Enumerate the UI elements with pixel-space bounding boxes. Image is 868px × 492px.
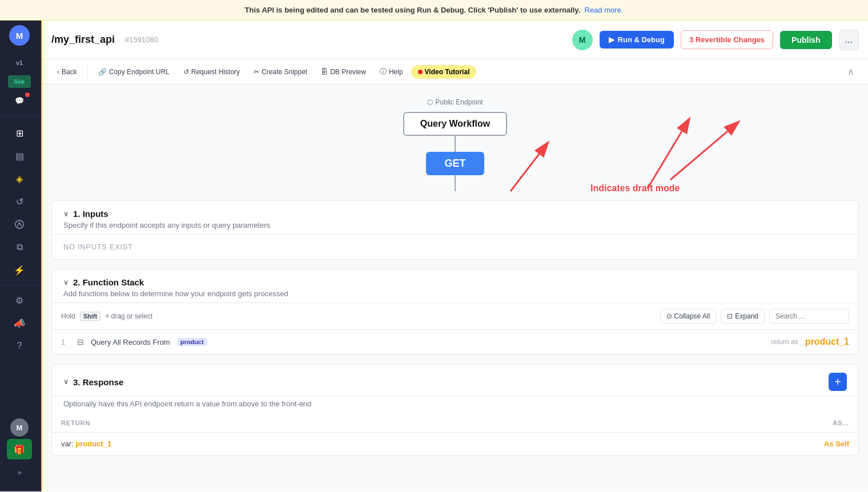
main-area: /my_first_api #1591080 M ▶ Run & Debug 3… (42, 21, 868, 491)
fn-hint-suffix: + drag or select (105, 312, 152, 320)
row-number: 1 (61, 338, 70, 346)
play-icon: ▶ (609, 35, 614, 44)
revertible-changes-button[interactable]: 3 Revertible Changes (681, 30, 773, 49)
sidebar-item-gift[interactable]: 🎁 (7, 439, 32, 459)
toolbar: ‹ Back 🔗 Copy Endpoint URL ↺ Request His… (42, 59, 868, 84)
fn-hint-prefix: Hold (61, 312, 75, 320)
inputs-section: ∨ 1. Inputs Specify if this endpoint acc… (51, 200, 859, 260)
publish-button[interactable]: Publish (780, 31, 832, 49)
back-button[interactable]: ‹ Back (51, 64, 83, 79)
copy-endpoint-url-button[interactable]: 🔗 Copy Endpoint URL (93, 64, 175, 79)
banner-link[interactable]: Read more. (585, 6, 624, 14)
as-self-label: As Self (824, 439, 849, 448)
banner-text: This API is being edited and can be test… (245, 6, 581, 14)
sidebar-item-live[interactable]: live (8, 75, 31, 88)
workflow-canvas: ⬡ Public Endpoint Query Workflow GET (42, 84, 868, 191)
function-stack-description: Add functions below to determine how you… (63, 289, 847, 298)
as-col-header: AS... (546, 414, 858, 433)
var-value: product_1 (75, 439, 111, 448)
function-stack-chevron-icon[interactable]: ∨ (63, 279, 69, 287)
db-preview-button[interactable]: 🗄 DB Preview (315, 64, 372, 79)
return-var-cell: var: product_1 (52, 433, 546, 455)
toolbar-collapse-button[interactable]: ∧ (843, 64, 859, 80)
link-icon-small: ⬡ (427, 98, 433, 106)
return-prefix: return as (771, 338, 798, 346)
response-section-header: ∨ 3. Response + (52, 365, 858, 396)
return-table: RETURN AS... var: product_1 As Self (52, 414, 858, 455)
request-history-button[interactable]: ↺ Request History (178, 64, 246, 79)
row-label: Query All Records From (91, 338, 170, 346)
user-avatar-top[interactable]: M (9, 25, 30, 46)
run-debug-button[interactable]: ▶ Run & Debug (600, 31, 674, 49)
function-stack-toolbar: Hold Shift + drag or select ⊙ Collapse A… (52, 303, 858, 330)
expand-icon: ⊡ (727, 312, 733, 320)
video-tutorial-button[interactable]: Video Tutorial (411, 65, 477, 79)
canvas-area: ⬡ Public Endpoint Query Workflow GET (42, 84, 868, 491)
header: /my_first_api #1591080 M ▶ Run & Debug 3… (42, 21, 868, 59)
response-chevron-icon[interactable]: ∨ (63, 378, 69, 386)
sidebar-item-api[interactable]: ◈ (7, 168, 32, 189)
collapse-all-button[interactable]: ⊙ Collapse All (660, 309, 717, 324)
db-icon: 🗄 (321, 68, 328, 76)
get-badge[interactable]: GET (426, 152, 484, 175)
as-self-cell: As Self (546, 433, 858, 455)
history-icon: ↺ (183, 68, 189, 76)
icon-bar: M v1 live 💬 ⊞ ▤ ◈ ↺ ⧉ ⚡ ⚙ 📣 ? M 🎁 » (0, 21, 39, 491)
link-icon: 🔗 (98, 68, 107, 76)
return-row: var: product_1 As Self (52, 433, 858, 455)
sidebar-item-announce[interactable]: 📣 (7, 313, 32, 333)
connector-line-1 (455, 136, 456, 152)
function-stack-section: ∨ 2. Function Stack Add functions below … (51, 269, 859, 355)
add-response-button[interactable]: + (829, 373, 847, 391)
function-row-1: 1 ⊟ Query All Records From product retur… (52, 330, 858, 354)
function-stack-header: ∨ 2. Function Stack Add functions below … (52, 269, 858, 303)
page-title: /my_first_api (51, 34, 115, 46)
back-icon: ‹ (57, 68, 59, 76)
top-banner: This API is being edited and can be test… (0, 0, 868, 21)
sidebar-item-tables[interactable]: ▤ (7, 146, 32, 166)
row-tag: product (177, 338, 207, 346)
var-prefix: var: (61, 439, 74, 448)
return-value: product_1 (805, 337, 849, 347)
more-options-button[interactable]: ... (839, 30, 859, 50)
sidebar-item-history[interactable]: ↺ (7, 191, 32, 212)
sidebar-expand-icon[interactable]: » (7, 462, 32, 482)
sidebar-item-bolt[interactable]: ⚡ (7, 260, 32, 280)
sidebar-item-version[interactable]: v1 (7, 53, 32, 73)
sidebar-item-help[interactable]: ? (7, 336, 32, 356)
sidebar-item-deploy[interactable] (7, 214, 32, 235)
sidebar-item-settings[interactable]: ⚙ (7, 290, 32, 310)
sidebar-item-dashboard[interactable]: ⊞ (7, 123, 32, 143)
response-section: ∨ 3. Response + Optionally have this API… (51, 364, 859, 455)
expand-button[interactable]: ⊡ Expand (721, 309, 765, 324)
inputs-section-header: ∨ 1. Inputs Specify if this endpoint acc… (52, 201, 858, 235)
inputs-description: Specify if this endpoint accepts any inp… (63, 221, 847, 229)
create-snippet-button[interactable]: ✂ Create Snippet (248, 64, 313, 79)
help-button[interactable]: ⓘ Help (374, 63, 409, 80)
response-description: Optionally have this API endpoint return… (63, 400, 847, 408)
help-icon: ⓘ (380, 67, 387, 76)
query-workflow-box[interactable]: Query Workflow (403, 112, 507, 136)
function-search-input[interactable] (769, 309, 849, 324)
video-dot-icon (418, 70, 423, 74)
table-icon: ⊟ (77, 337, 84, 346)
public-endpoint-label: ⬡ Public Endpoint (427, 98, 483, 106)
sidebar-item-layers[interactable]: ⧉ (7, 237, 32, 257)
user-avatar-bottom[interactable]: M (10, 418, 29, 437)
inputs-chevron-icon[interactable]: ∨ (63, 210, 69, 218)
api-id: #1591080 (125, 35, 158, 44)
connector-line-2 (455, 175, 456, 191)
shift-key-label: Shift (80, 312, 101, 321)
snippet-icon: ✂ (254, 68, 259, 76)
sidebar-item-comments[interactable]: 💬 (7, 90, 32, 111)
toolbar-separator-1 (87, 66, 88, 78)
return-col-header: RETURN (52, 414, 546, 433)
no-inputs-text: NO INPUTS EXIST (63, 243, 847, 251)
user-avatar-header[interactable]: M (572, 30, 593, 50)
response-description-area: Optionally have this API endpoint return… (52, 396, 858, 414)
collapse-icon: ⊙ (666, 312, 672, 320)
inputs-section-body: NO INPUTS EXIST (52, 235, 858, 259)
